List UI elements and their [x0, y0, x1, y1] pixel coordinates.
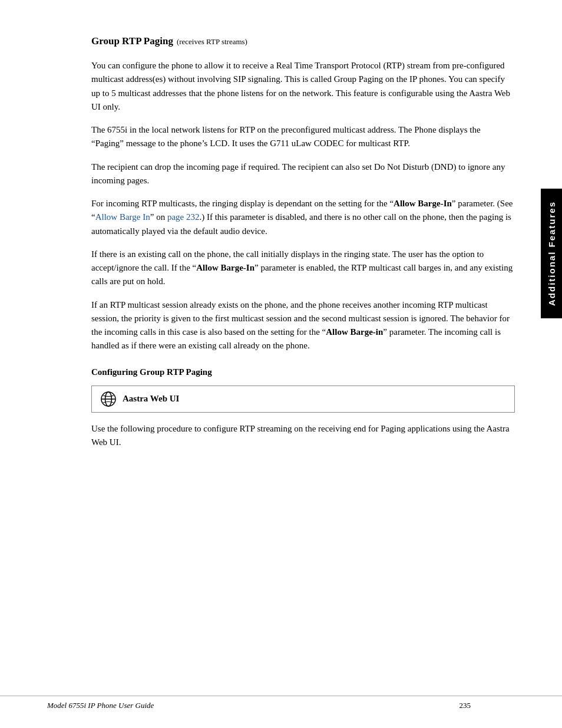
- section-main-title: Group RTP Paging: [91, 35, 173, 47]
- sub-heading: Configuring Group RTP Paging: [91, 367, 515, 377]
- page-footer: Model 6755i IP Phone User Guide 235: [0, 696, 562, 710]
- aastra-web-ui-table: Aastra Web UI: [91, 386, 515, 413]
- side-label: Additional Features: [541, 189, 562, 318]
- barge-3-bold: Allow Barge-in: [326, 327, 383, 337]
- barge-1-middle: ” on: [150, 212, 167, 222]
- paragraph-2: The 6755i in the local network listens f…: [91, 123, 515, 151]
- page-container: Group RTP Paging (receives RTP streams) …: [0, 0, 562, 728]
- barge-2-bold: Allow Barge-In: [196, 263, 254, 272]
- paragraph-barge-1: For incoming RTP multicasts, the ringing…: [91, 197, 515, 238]
- aastra-web-ui-cell: Aastra Web UI: [92, 386, 515, 412]
- barge-1-before: For incoming RTP multicasts, the ringing…: [91, 199, 394, 208]
- aastra-web-ui-header: Aastra Web UI: [100, 391, 506, 407]
- footer-left: Model 6755i IP Phone User Guide: [47, 701, 154, 710]
- paragraph-barge-3: If an RTP multicast session already exis…: [91, 298, 515, 353]
- page-232-link[interactable]: page 232: [167, 212, 200, 222]
- section-heading: Group RTP Paging (receives RTP streams): [91, 35, 515, 47]
- footer-right: 235: [459, 701, 471, 710]
- procedure-text: Use the following procedure to configure…: [91, 422, 515, 450]
- aastra-web-ui-label: Aastra Web UI: [123, 394, 179, 404]
- paragraph-barge-2: If there is an existing call on the phon…: [91, 248, 515, 289]
- section-subtitle: (receives RTP streams): [177, 37, 247, 47]
- paragraph-1: You can configure the phone to allow it …: [91, 59, 515, 114]
- allow-barge-in-link-1[interactable]: Allow Barge In: [95, 212, 150, 222]
- globe-icon: [100, 391, 117, 407]
- paragraph-3: The recipient can drop the incoming page…: [91, 160, 515, 188]
- barge-1-bold: Allow Barge-In: [394, 199, 452, 208]
